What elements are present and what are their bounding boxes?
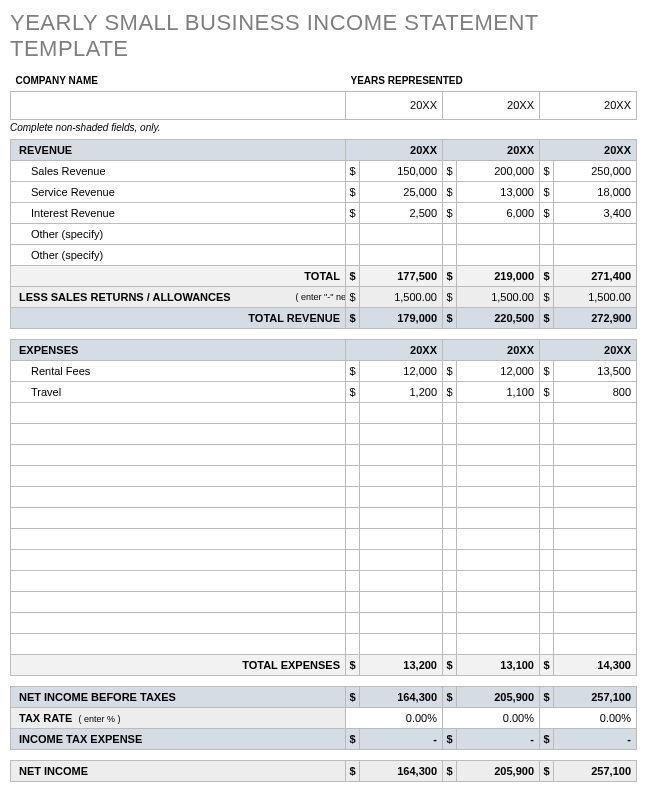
total-revenue-v3: 272,900 — [554, 307, 637, 328]
expense-row-v1[interactable]: 12,000 — [360, 360, 443, 381]
years-represented-label: YEARS REPRESENTED — [346, 70, 637, 91]
expense-row-label[interactable] — [11, 507, 346, 528]
dollar-sign: $ — [346, 728, 360, 749]
revenue-row-v1[interactable] — [360, 223, 443, 244]
revenue-row-label[interactable]: Sales Revenue — [11, 160, 346, 181]
expense-row-v2[interactable] — [457, 444, 540, 465]
dollar-sign — [540, 244, 554, 265]
revenue-row-v3[interactable]: 18,000 — [554, 181, 637, 202]
expense-row-label[interactable] — [11, 549, 346, 570]
less-returns-v2[interactable]: 1,500.00 — [457, 286, 540, 307]
expense-row-label[interactable] — [11, 591, 346, 612]
expense-row-v2[interactable] — [457, 549, 540, 570]
expense-row-v3[interactable]: 13,500 — [554, 360, 637, 381]
expense-row-v3[interactable] — [554, 507, 637, 528]
revenue-row-v2[interactable]: 6,000 — [457, 202, 540, 223]
tax-rate-v3[interactable]: 0.00% — [540, 707, 637, 728]
expense-row-v3[interactable] — [554, 570, 637, 591]
expense-row-v3[interactable] — [554, 402, 637, 423]
expense-row-v2[interactable] — [457, 570, 540, 591]
year2-input[interactable]: 20XX — [443, 91, 540, 119]
expense-row-v1[interactable] — [360, 633, 443, 654]
expense-row-v3[interactable] — [554, 549, 637, 570]
expense-row-v1[interactable] — [360, 612, 443, 633]
expense-row-label[interactable]: Rental Fees — [11, 360, 346, 381]
expense-row-v2[interactable] — [457, 423, 540, 444]
expense-row-v1[interactable] — [360, 486, 443, 507]
expense-row-label[interactable] — [11, 486, 346, 507]
expense-row-v2[interactable] — [457, 507, 540, 528]
expense-row-label[interactable]: Travel — [11, 381, 346, 402]
revenue-row-label[interactable]: Service Revenue — [11, 181, 346, 202]
dollar-sign — [443, 423, 457, 444]
expense-row-v1[interactable] — [360, 423, 443, 444]
expense-row-v3[interactable] — [554, 612, 637, 633]
expense-row-v2[interactable] — [457, 633, 540, 654]
revenue-row-v2[interactable]: 13,000 — [457, 181, 540, 202]
revenue-row-v1[interactable]: 2,500 — [360, 202, 443, 223]
tax-rate-v1[interactable]: 0.00% — [346, 707, 443, 728]
expense-row-label[interactable] — [11, 633, 346, 654]
revenue-row-v1[interactable] — [360, 244, 443, 265]
revenue-row-label[interactable]: Interest Revenue — [11, 202, 346, 223]
expense-row-v1[interactable] — [360, 402, 443, 423]
expense-row-v2[interactable] — [457, 591, 540, 612]
less-returns-v1[interactable]: 1,500.00 — [360, 286, 443, 307]
expense-row-v2[interactable] — [457, 612, 540, 633]
expense-row-label[interactable] — [11, 570, 346, 591]
dollar-sign: $ — [540, 202, 554, 223]
expense-row-v3[interactable] — [554, 633, 637, 654]
expense-row-v2[interactable] — [457, 465, 540, 486]
revenue-row-v2[interactable] — [457, 223, 540, 244]
dollar-sign: $ — [346, 265, 360, 286]
revenue-row-v3[interactable] — [554, 244, 637, 265]
expense-row-label[interactable] — [11, 402, 346, 423]
expense-row-v2[interactable] — [457, 486, 540, 507]
company-name-input[interactable] — [11, 91, 346, 119]
revenue-row-v1[interactable]: 25,000 — [360, 181, 443, 202]
dollar-sign: $ — [443, 160, 457, 181]
dollar-sign — [443, 465, 457, 486]
revenue-row-v1[interactable]: 150,000 — [360, 160, 443, 181]
year1-input[interactable]: 20XX — [346, 91, 443, 119]
expense-row-v1[interactable] — [360, 444, 443, 465]
expense-row-label[interactable] — [11, 528, 346, 549]
year3-input[interactable]: 20XX — [539, 91, 636, 119]
tax-rate-v2[interactable]: 0.00% — [443, 707, 540, 728]
expense-row-v3[interactable] — [554, 444, 637, 465]
revenue-year3: 20XX — [540, 139, 637, 160]
revenue-row-v3[interactable] — [554, 223, 637, 244]
net-before-v3: 257,100 — [554, 686, 637, 707]
expense-row-v3[interactable] — [554, 486, 637, 507]
revenue-row-v3[interactable]: 3,400 — [554, 202, 637, 223]
expense-row-v3[interactable]: 800 — [554, 381, 637, 402]
expense-row-v1[interactable] — [360, 549, 443, 570]
expense-row-v1[interactable] — [360, 465, 443, 486]
dollar-sign: $ — [540, 381, 554, 402]
revenue-year2: 20XX — [443, 139, 540, 160]
expense-row-label[interactable] — [11, 444, 346, 465]
expense-row-v2[interactable] — [457, 528, 540, 549]
expense-row-label[interactable] — [11, 423, 346, 444]
expense-row-label[interactable] — [11, 612, 346, 633]
revenue-row-label[interactable]: Other (specify) — [11, 223, 346, 244]
expense-row-v3[interactable] — [554, 528, 637, 549]
expense-row-v1[interactable]: 1,200 — [360, 381, 443, 402]
expense-row-v2[interactable]: 12,000 — [457, 360, 540, 381]
less-returns-v3[interactable]: 1,500.00 — [554, 286, 637, 307]
expense-row-v1[interactable] — [360, 507, 443, 528]
revenue-row-v3[interactable]: 250,000 — [554, 160, 637, 181]
dollar-sign — [346, 633, 360, 654]
expense-row-v2[interactable]: 1,100 — [457, 381, 540, 402]
expense-row-v1[interactable] — [360, 528, 443, 549]
expense-row-v1[interactable] — [360, 591, 443, 612]
revenue-row-label[interactable]: Other (specify) — [11, 244, 346, 265]
revenue-row-v2[interactable]: 200,000 — [457, 160, 540, 181]
expense-row-v3[interactable] — [554, 465, 637, 486]
expense-row-v1[interactable] — [360, 570, 443, 591]
expense-row-v2[interactable] — [457, 402, 540, 423]
expense-row-v3[interactable] — [554, 591, 637, 612]
expense-row-v3[interactable] — [554, 423, 637, 444]
expense-row-label[interactable] — [11, 465, 346, 486]
revenue-row-v2[interactable] — [457, 244, 540, 265]
